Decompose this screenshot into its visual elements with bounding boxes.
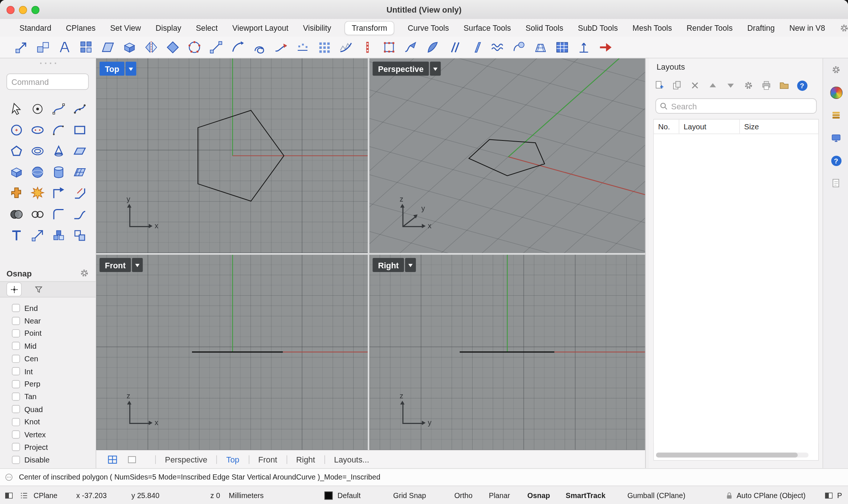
four-viewports-button[interactable] xyxy=(107,454,118,465)
viewport-title-front[interactable]: Front xyxy=(99,258,131,272)
tool-surface-grid[interactable] xyxy=(69,162,90,183)
tab-top[interactable]: Top xyxy=(226,455,239,464)
tool-blocks[interactable] xyxy=(48,225,69,246)
menu-surface-tools[interactable]: Surface Tools xyxy=(463,21,512,34)
viewport-menu-button[interactable] xyxy=(430,62,441,76)
checkbox-vertex[interactable] xyxy=(12,431,20,439)
checkbox-tan[interactable] xyxy=(12,392,20,401)
lock-indicator[interactable] xyxy=(725,486,734,504)
tool-box[interactable] xyxy=(6,162,27,183)
menu-viewport-layout[interactable]: Viewport Layout xyxy=(231,21,289,34)
column-no[interactable]: No. xyxy=(654,119,679,133)
tool-exit[interactable] xyxy=(596,39,615,56)
checkbox-int[interactable] xyxy=(12,367,20,375)
menu-standard[interactable]: Standard xyxy=(19,21,53,34)
tool-orient-box[interactable] xyxy=(120,39,139,56)
viewport-front[interactable]: Front z x xyxy=(96,255,368,450)
tool-flow-along-curve[interactable] xyxy=(401,39,420,56)
tool-bend[interactable] xyxy=(228,39,247,56)
viewport-menu-button[interactable] xyxy=(132,258,143,272)
render-panel-tab[interactable] xyxy=(824,81,848,104)
tool-plugin[interactable] xyxy=(6,183,27,204)
menu-set-view[interactable]: Set View xyxy=(109,21,142,34)
new-layout-button[interactable] xyxy=(652,79,666,93)
tool-plane[interactable] xyxy=(69,140,90,162)
display-panel-tab[interactable] xyxy=(824,126,848,149)
tool-shear[interactable] xyxy=(99,39,117,56)
tool-rectangle[interactable] xyxy=(69,119,90,140)
horizontal-scrollbar[interactable] xyxy=(656,452,808,457)
tool-interpolate-curve[interactable] xyxy=(69,99,90,120)
tool-sphere[interactable] xyxy=(27,162,48,183)
tool-smooth[interactable] xyxy=(337,39,355,56)
history-list-button[interactable] xyxy=(20,486,29,504)
tool-circle[interactable] xyxy=(6,119,27,140)
print-button[interactable] xyxy=(759,79,774,93)
menu-cplanes[interactable]: CPlanes xyxy=(65,21,97,34)
viewport-perspective[interactable]: Perspective z y x xyxy=(370,59,645,253)
checkbox-point[interactable] xyxy=(12,329,20,338)
checkbox-mid[interactable] xyxy=(12,342,20,350)
menu-select[interactable]: Select xyxy=(195,21,219,34)
menu-subd-tools[interactable]: SubD Tools xyxy=(577,21,619,34)
checkbox-end[interactable] xyxy=(12,304,20,312)
checkbox-disable[interactable] xyxy=(12,456,20,464)
tool-cylinder[interactable] xyxy=(48,162,69,183)
tool-rectangular-array[interactable] xyxy=(77,39,95,56)
menu-render-tools[interactable]: Render Tools xyxy=(686,21,734,34)
tool-move[interactable] xyxy=(12,39,30,56)
tab-front[interactable]: Front xyxy=(258,455,277,464)
copy-layout-button[interactable] xyxy=(670,79,684,93)
pane-toggle-button[interactable] xyxy=(4,486,14,504)
tool-twist[interactable] xyxy=(250,39,268,56)
tool-splop[interactable] xyxy=(510,39,528,56)
viewport-top[interactable]: Top y x xyxy=(96,59,368,253)
tool-two-circles[interactable] xyxy=(27,204,48,225)
toggle-osnap[interactable]: Osnap xyxy=(527,486,550,504)
tool-patch-sail[interactable] xyxy=(423,39,441,56)
layer-color-swatch[interactable] xyxy=(325,486,333,504)
pane-toggle-button-right[interactable] xyxy=(824,486,834,504)
tool-polar-array[interactable] xyxy=(185,39,203,56)
tool-arc[interactable] xyxy=(48,119,69,140)
command-input[interactable] xyxy=(7,73,89,90)
checkbox-knot[interactable] xyxy=(12,418,20,426)
tab-perspective[interactable]: Perspective xyxy=(165,455,207,464)
osnap-filter-button[interactable] xyxy=(32,283,46,296)
menu-mesh-tools[interactable]: Mesh Tools xyxy=(632,21,673,34)
move-up-button[interactable] xyxy=(706,79,720,93)
status-cplane[interactable]: CPlane xyxy=(33,486,57,504)
command-prompt-text[interactable]: Center of inscribed polygon ( NumSides=5… xyxy=(19,473,380,481)
column-size[interactable]: Size xyxy=(739,119,818,133)
tab-layouts[interactable]: Layouts... xyxy=(334,455,369,464)
help-button[interactable]: ? xyxy=(795,79,809,93)
tool-set-points[interactable] xyxy=(293,39,312,56)
menu-transform[interactable]: Transform xyxy=(345,21,394,35)
menu-visibility[interactable]: Visibility xyxy=(302,21,332,34)
viewport-right[interactable]: Right z y xyxy=(370,255,645,450)
column-layout[interactable]: Layout xyxy=(679,119,739,133)
delete-layout-button[interactable] xyxy=(688,79,702,93)
tool-extend[interactable] xyxy=(48,183,69,204)
viewport-menu-button[interactable] xyxy=(126,62,136,76)
toggle-planar[interactable]: Planar xyxy=(489,486,510,504)
tool-chamfer[interactable] xyxy=(69,183,90,204)
scrollbar-thumb[interactable] xyxy=(656,452,798,457)
tool-ripple[interactable] xyxy=(488,39,506,56)
panel-settings-button[interactable] xyxy=(824,59,848,81)
tab-settings-button[interactable] xyxy=(839,23,848,33)
tool-pointer[interactable] xyxy=(6,99,27,120)
move-down-button[interactable] xyxy=(723,79,738,93)
menu-solid-tools[interactable]: Solid Tools xyxy=(524,21,564,34)
tool-move-2d[interactable] xyxy=(27,225,48,246)
osnap-points-button[interactable] xyxy=(7,282,22,296)
status-auto-cplane[interactable]: Auto CPlane (Object) xyxy=(736,486,805,504)
layouts-table-body[interactable] xyxy=(654,134,818,444)
viewport-menu-button[interactable] xyxy=(405,258,416,272)
checkbox-near[interactable] xyxy=(12,316,20,325)
materials-panel-tab[interactable] xyxy=(824,104,848,126)
status-units[interactable]: Millimeters xyxy=(229,486,264,504)
viewport-title-perspective[interactable]: Perspective xyxy=(372,62,429,76)
tool-perspective-box[interactable] xyxy=(531,39,550,56)
tool-offset[interactable] xyxy=(27,140,48,162)
